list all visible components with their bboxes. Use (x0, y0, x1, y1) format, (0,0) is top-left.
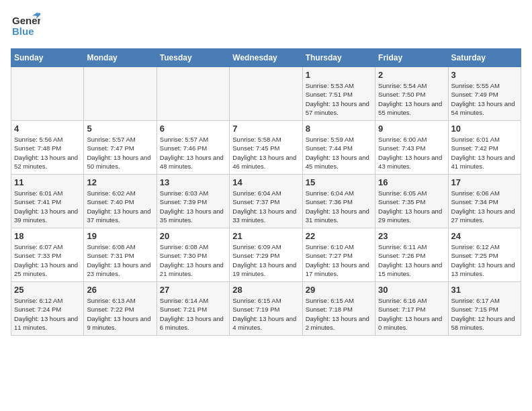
calendar-cell: 8Sunrise: 5:59 AM Sunset: 7:44 PM Daylig… (302, 121, 375, 175)
day-number: 23 (378, 231, 445, 241)
day-number: 7 (232, 124, 299, 134)
day-info: Sunrise: 6:08 AM Sunset: 7:31 PM Dayligh… (87, 242, 153, 278)
calendar-cell: 3Sunrise: 5:55 AM Sunset: 7:49 PM Daylig… (448, 67, 521, 121)
calendar-cell: 2Sunrise: 5:54 AM Sunset: 7:50 PM Daylig… (375, 67, 448, 121)
day-number: 30 (378, 285, 445, 295)
day-number: 27 (160, 285, 226, 295)
day-info: Sunrise: 6:00 AM Sunset: 7:43 PM Dayligh… (378, 135, 445, 171)
calendar-cell (84, 67, 157, 121)
weekday-header-row: SundayMondayTuesdayWednesdayThursdayFrid… (11, 49, 521, 67)
day-info: Sunrise: 5:59 AM Sunset: 7:44 PM Dayligh… (306, 135, 372, 171)
day-number: 22 (306, 231, 372, 241)
day-info: Sunrise: 6:09 AM Sunset: 7:29 PM Dayligh… (232, 242, 299, 278)
day-info: Sunrise: 6:05 AM Sunset: 7:35 PM Dayligh… (378, 189, 445, 224)
calendar-week-2: 4Sunrise: 5:56 AM Sunset: 7:48 PM Daylig… (11, 121, 521, 175)
day-info: Sunrise: 6:15 AM Sunset: 7:18 PM Dayligh… (306, 296, 372, 332)
day-info: Sunrise: 6:03 AM Sunset: 7:39 PM Dayligh… (160, 189, 226, 224)
day-number: 16 (378, 177, 445, 187)
calendar-cell: 15Sunrise: 6:04 AM Sunset: 7:36 PM Dayli… (302, 175, 375, 228)
day-info: Sunrise: 5:56 AM Sunset: 7:48 PM Dayligh… (14, 135, 81, 171)
weekday-header-tuesday: Tuesday (157, 49, 229, 67)
calendar-cell: 12Sunrise: 6:02 AM Sunset: 7:40 PM Dayli… (84, 175, 157, 228)
weekday-header-saturday: Saturday (448, 49, 521, 67)
day-info: Sunrise: 6:11 AM Sunset: 7:26 PM Dayligh… (378, 242, 445, 278)
calendar-cell (157, 67, 229, 121)
day-info: Sunrise: 6:16 AM Sunset: 7:17 PM Dayligh… (378, 296, 445, 332)
calendar-cell: 4Sunrise: 5:56 AM Sunset: 7:48 PM Daylig… (11, 121, 84, 175)
calendar-cell: 6Sunrise: 5:57 AM Sunset: 7:46 PM Daylig… (157, 121, 229, 175)
day-number: 25 (14, 285, 81, 295)
day-number: 24 (451, 231, 518, 241)
day-number: 29 (306, 285, 372, 295)
day-info: Sunrise: 6:13 AM Sunset: 7:22 PM Dayligh… (87, 296, 153, 332)
svg-text:General: General (12, 15, 40, 26)
weekday-header-thursday: Thursday (302, 49, 375, 67)
day-info: Sunrise: 6:17 AM Sunset: 7:15 PM Dayligh… (451, 296, 518, 332)
day-info: Sunrise: 6:08 AM Sunset: 7:30 PM Dayligh… (160, 242, 226, 278)
day-number: 8 (306, 124, 372, 134)
calendar-cell: 24Sunrise: 6:12 AM Sunset: 7:25 PM Dayli… (448, 228, 521, 282)
day-info: Sunrise: 5:53 AM Sunset: 7:51 PM Dayligh… (306, 81, 372, 117)
day-info: Sunrise: 6:04 AM Sunset: 7:36 PM Dayligh… (306, 189, 372, 224)
day-info: Sunrise: 5:57 AM Sunset: 7:47 PM Dayligh… (87, 135, 153, 171)
day-number: 20 (160, 231, 226, 241)
day-number: 17 (451, 177, 518, 187)
logo-icon: General Blue (11, 11, 40, 40)
day-info: Sunrise: 6:02 AM Sunset: 7:40 PM Dayligh… (87, 189, 153, 224)
day-info: Sunrise: 5:55 AM Sunset: 7:49 PM Dayligh… (451, 81, 518, 117)
calendar-cell: 21Sunrise: 6:09 AM Sunset: 7:29 PM Dayli… (230, 228, 302, 282)
calendar-cell: 9Sunrise: 6:00 AM Sunset: 7:43 PM Daylig… (375, 121, 448, 175)
calendar-cell: 5Sunrise: 5:57 AM Sunset: 7:47 PM Daylig… (84, 121, 157, 175)
day-number: 9 (378, 124, 445, 134)
calendar-cell: 26Sunrise: 6:13 AM Sunset: 7:22 PM Dayli… (84, 282, 157, 336)
calendar-week-5: 25Sunrise: 6:12 AM Sunset: 7:24 PM Dayli… (11, 282, 521, 336)
day-number: 1 (306, 70, 372, 80)
calendar-cell: 29Sunrise: 6:15 AM Sunset: 7:18 PM Dayli… (302, 282, 375, 336)
calendar-cell: 13Sunrise: 6:03 AM Sunset: 7:39 PM Dayli… (157, 175, 229, 228)
weekday-header-friday: Friday (375, 49, 448, 67)
calendar-cell: 10Sunrise: 6:01 AM Sunset: 7:42 PM Dayli… (448, 121, 521, 175)
calendar-cell: 23Sunrise: 6:11 AM Sunset: 7:26 PM Dayli… (375, 228, 448, 282)
day-info: Sunrise: 5:57 AM Sunset: 7:46 PM Dayligh… (160, 135, 226, 171)
calendar-cell: 14Sunrise: 6:04 AM Sunset: 7:37 PM Dayli… (230, 175, 302, 228)
day-number: 11 (14, 177, 81, 187)
day-info: Sunrise: 5:54 AM Sunset: 7:50 PM Dayligh… (378, 81, 445, 117)
calendar-cell: 27Sunrise: 6:14 AM Sunset: 7:21 PM Dayli… (157, 282, 229, 336)
day-number: 13 (160, 177, 226, 187)
day-info: Sunrise: 6:06 AM Sunset: 7:34 PM Dayligh… (451, 189, 518, 224)
day-number: 3 (451, 70, 518, 80)
day-number: 21 (232, 231, 299, 241)
calendar-table: SundayMondayTuesdayWednesdayThursdayFrid… (11, 48, 521, 336)
day-number: 6 (160, 124, 226, 134)
calendar-cell: 19Sunrise: 6:08 AM Sunset: 7:31 PM Dayli… (84, 228, 157, 282)
calendar-cell: 18Sunrise: 6:07 AM Sunset: 7:33 PM Dayli… (11, 228, 84, 282)
logo: General Blue (11, 11, 40, 43)
calendar-cell: 25Sunrise: 6:12 AM Sunset: 7:24 PM Dayli… (11, 282, 84, 336)
calendar-header: SundayMondayTuesdayWednesdayThursdayFrid… (11, 49, 521, 67)
day-number: 28 (232, 285, 299, 295)
weekday-header-sunday: Sunday (11, 49, 84, 67)
day-number: 12 (87, 177, 153, 187)
day-number: 31 (451, 285, 518, 295)
weekday-header-wednesday: Wednesday (230, 49, 302, 67)
calendar-week-1: 1Sunrise: 5:53 AM Sunset: 7:51 PM Daylig… (11, 67, 521, 121)
day-number: 5 (87, 124, 153, 134)
calendar-cell: 7Sunrise: 5:58 AM Sunset: 7:45 PM Daylig… (230, 121, 302, 175)
calendar-cell: 11Sunrise: 6:01 AM Sunset: 7:41 PM Dayli… (11, 175, 84, 228)
day-info: Sunrise: 6:04 AM Sunset: 7:37 PM Dayligh… (232, 189, 299, 224)
weekday-header-monday: Monday (84, 49, 157, 67)
day-number: 26 (87, 285, 153, 295)
svg-text:Blue: Blue (12, 26, 34, 37)
day-info: Sunrise: 6:01 AM Sunset: 7:41 PM Dayligh… (14, 189, 81, 224)
calendar-cell: 31Sunrise: 6:17 AM Sunset: 7:15 PM Dayli… (448, 282, 521, 336)
day-info: Sunrise: 5:58 AM Sunset: 7:45 PM Dayligh… (232, 135, 299, 171)
calendar-cell: 22Sunrise: 6:10 AM Sunset: 7:27 PM Dayli… (302, 228, 375, 282)
calendar-cell: 1Sunrise: 5:53 AM Sunset: 7:51 PM Daylig… (302, 67, 375, 121)
day-number: 2 (378, 70, 445, 80)
calendar-cell: 28Sunrise: 6:15 AM Sunset: 7:19 PM Dayli… (230, 282, 302, 336)
calendar-cell (11, 67, 84, 121)
day-number: 4 (14, 124, 81, 134)
day-info: Sunrise: 6:12 AM Sunset: 7:24 PM Dayligh… (14, 296, 81, 332)
day-info: Sunrise: 6:07 AM Sunset: 7:33 PM Dayligh… (14, 242, 81, 278)
calendar-cell (230, 67, 302, 121)
